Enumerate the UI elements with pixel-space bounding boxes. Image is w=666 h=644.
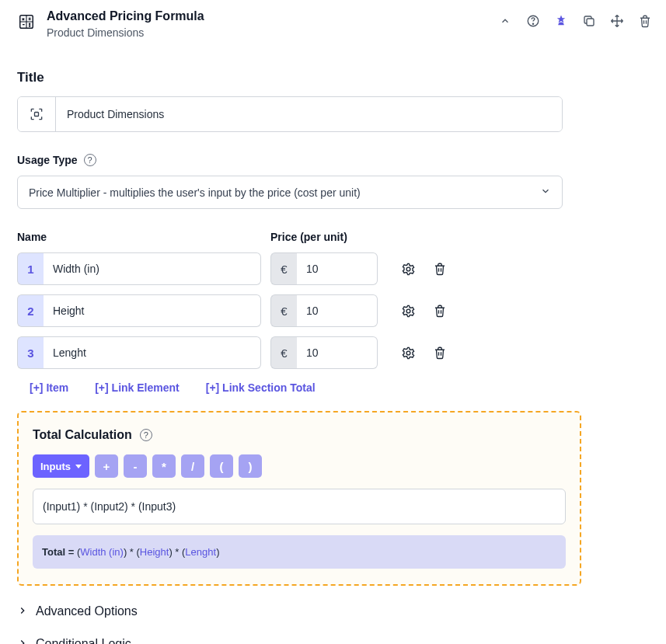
chevron-right-icon — [17, 605, 28, 618]
svg-point-7 — [406, 267, 410, 271]
inputs-dropdown[interactable]: Inputs — [33, 454, 89, 478]
currency-symbol: € — [270, 252, 297, 285]
items-price-header: Price (per unit) — [270, 231, 387, 243]
usage-label: Usage Type — [17, 154, 78, 166]
help-icon[interactable] — [526, 14, 540, 28]
total-calculation-panel: Total Calculation ? Inputs + - * / ( ) T… — [17, 411, 581, 586]
op-rparen[interactable]: ) — [239, 454, 262, 478]
op-div[interactable]: / — [181, 454, 204, 478]
trash-icon[interactable] — [433, 304, 447, 318]
item-name-input[interactable] — [44, 294, 261, 327]
title-label: Title — [17, 70, 652, 85]
duplicate-icon[interactable] — [582, 14, 596, 28]
usage-help-icon[interactable]: ? — [84, 154, 96, 166]
currency-symbol: € — [270, 294, 297, 327]
calc-help-icon[interactable]: ? — [140, 429, 152, 441]
token-length: Lenght — [185, 546, 216, 558]
advanced-options-toggle[interactable]: Advanced Options — [17, 604, 652, 618]
collapse-icon[interactable] — [498, 14, 512, 28]
svg-point-1 — [30, 23, 30, 24]
move-icon[interactable] — [610, 14, 624, 28]
usage-type-select[interactable]: Price Multiplier - multiplies the user's… — [17, 176, 563, 209]
svg-point-8 — [406, 309, 410, 313]
trash-icon[interactable] — [638, 14, 652, 28]
op-minus[interactable]: - — [124, 454, 147, 478]
item-name-input[interactable] — [44, 336, 261, 369]
svg-point-2 — [30, 26, 30, 26]
item-index: 1 — [17, 252, 44, 285]
trash-icon[interactable] — [433, 346, 447, 360]
op-plus[interactable]: + — [95, 454, 118, 478]
conditional-logic-toggle[interactable]: Conditional Logic — [17, 637, 652, 644]
add-link-element-link[interactable]: [+] Link Element — [95, 381, 180, 394]
chevron-right-icon — [17, 638, 28, 645]
header-title: Advanced Pricing Formula — [47, 9, 204, 23]
token-width: Width (in) — [80, 546, 124, 558]
svg-point-4 — [532, 23, 533, 24]
op-lparen[interactable]: ( — [210, 454, 233, 478]
title-input[interactable] — [56, 97, 562, 131]
advanced-options-label: Advanced Options — [36, 604, 138, 618]
gear-icon[interactable] — [401, 304, 416, 319]
formula-icon — [17, 12, 36, 31]
item-name-input[interactable] — [44, 252, 261, 285]
item-price-input[interactable] — [297, 294, 378, 327]
item-row: 3 € — [17, 336, 652, 369]
svg-rect-5 — [587, 19, 594, 26]
total-preview: Total = (Width (in)) * (Height) * (Lengh… — [33, 535, 566, 569]
gear-icon[interactable] — [401, 346, 416, 360]
gear-icon[interactable] — [401, 262, 416, 277]
item-row: 2 € — [17, 294, 652, 327]
trash-icon[interactable] — [433, 262, 447, 276]
image-picker-icon[interactable] — [18, 97, 56, 131]
chevron-down-icon — [540, 186, 551, 199]
op-mult[interactable]: * — [152, 454, 176, 478]
item-index: 2 — [17, 294, 44, 327]
items-name-header: Name — [17, 231, 270, 243]
total-calculation-title: Total Calculation — [33, 428, 132, 442]
svg-point-9 — [406, 351, 410, 355]
wizard-icon[interactable] — [554, 14, 568, 28]
conditional-logic-label: Conditional Logic — [36, 637, 131, 644]
item-price-input[interactable] — [297, 336, 378, 369]
svg-rect-6 — [35, 113, 39, 117]
total-preview-prefix: Total = — [42, 546, 77, 558]
token-height: Height — [140, 546, 169, 558]
formula-input[interactable] — [33, 489, 566, 524]
currency-symbol: € — [270, 336, 297, 369]
add-item-link[interactable]: [+] Item — [30, 381, 68, 394]
item-price-input[interactable] — [297, 252, 378, 285]
header-subtitle: Product Dimensions — [47, 26, 204, 39]
item-index: 3 — [17, 336, 44, 369]
usage-type-selected: Price Multiplier - multiplies the user's… — [29, 186, 361, 199]
add-link-section-total-link[interactable]: [+] Link Section Total — [206, 381, 316, 394]
item-row: 1 € — [17, 252, 652, 285]
